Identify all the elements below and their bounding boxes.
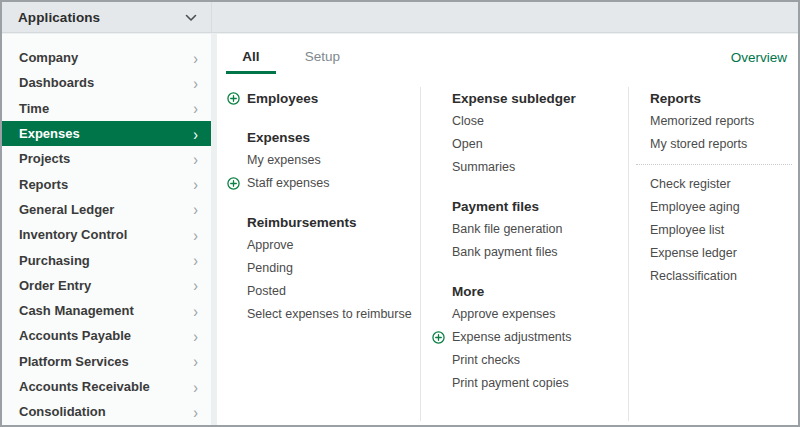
sidebar-item-cash-management[interactable]: Cash Management›: [2, 298, 211, 323]
chevron-right-icon: ›: [193, 50, 198, 66]
chevron-right-icon: ›: [193, 227, 198, 243]
menu-item-print-payment-copies[interactable]: Print payment copies: [432, 372, 622, 395]
sidebar-item-accounts-receivable[interactable]: Accounts Receivable›: [2, 374, 211, 399]
menu-column-2: Expense subledgerCloseOpenSummariesPayme…: [432, 87, 622, 395]
chevron-right-icon: ›: [193, 303, 198, 319]
menu-label: Expense subledger: [452, 91, 576, 106]
menu-item-expense-adjustments[interactable]: Expense adjustments: [432, 326, 622, 349]
sidebar-item-label: Order Entry: [19, 278, 91, 293]
sidebar-item-label: Projects: [19, 151, 70, 166]
menu-item-employee-aging[interactable]: Employee aging: [630, 196, 792, 219]
menu-header-reimbursements: Reimbursements: [227, 211, 417, 234]
menu-item-bank-payment-files[interactable]: Bank payment files: [432, 241, 622, 264]
overview-link[interactable]: Overview: [731, 50, 787, 65]
menu-header-more: More: [432, 280, 622, 303]
menu-item-bank-file-generation[interactable]: Bank file generation: [432, 218, 622, 241]
sidebar-item-order-entry[interactable]: Order Entry›: [2, 273, 211, 298]
tab-bar: All Setup Overview: [217, 34, 798, 74]
menu-header-payment-files: Payment files: [432, 195, 622, 218]
menu-item-pending[interactable]: Pending: [227, 257, 417, 280]
chevron-right-icon: ›: [193, 125, 198, 141]
sidebar-item-label: Expenses: [19, 126, 80, 141]
menu-item-approve-expenses[interactable]: Approve expenses: [432, 303, 622, 326]
chevron-right-icon: ›: [193, 201, 198, 217]
menu-label: My expenses: [247, 153, 321, 167]
chevron-right-icon: ›: [193, 404, 198, 420]
menu-item-open[interactable]: Open: [432, 133, 622, 156]
menu-item-approve[interactable]: Approve: [227, 234, 417, 257]
menu-label: Summaries: [452, 160, 515, 174]
menu-item-check-register[interactable]: Check register: [630, 173, 792, 196]
menu-label: My stored reports: [650, 137, 747, 151]
menu-item-summaries[interactable]: Summaries: [432, 156, 622, 179]
plus-circle-icon[interactable]: [227, 177, 240, 190]
menu-label: Expense ledger: [650, 246, 737, 260]
menu-label: Pending: [247, 261, 293, 275]
plus-circle-icon[interactable]: [432, 331, 445, 344]
chevron-right-icon: ›: [193, 353, 198, 369]
sidebar-item-reports[interactable]: Reports›: [2, 171, 211, 196]
menu-label: Select expenses to reimburse: [247, 307, 412, 321]
sidebar-item-label: Time: [19, 101, 49, 116]
sidebar-item-projects[interactable]: Projects›: [2, 146, 211, 171]
chevron-right-icon: ›: [193, 75, 198, 91]
menu-item-print-checks[interactable]: Print checks: [432, 349, 622, 372]
chevron-right-icon: ›: [193, 100, 198, 116]
menu-item-expense-ledger[interactable]: Expense ledger: [630, 242, 792, 265]
sidebar-item-company[interactable]: Company›: [2, 45, 211, 70]
menu-label: Payment files: [452, 199, 539, 214]
menu-label: Print checks: [452, 353, 520, 367]
tab-all[interactable]: All: [226, 49, 276, 74]
menu-label: More: [452, 284, 484, 299]
tab-setup[interactable]: Setup: [297, 49, 347, 74]
menu-label: Expenses: [247, 130, 310, 145]
menu-item-employee-list[interactable]: Employee list: [630, 219, 792, 242]
applications-sidebar: Company›Dashboards›Time›Expenses›Project…: [2, 34, 211, 425]
menu-header-employees: Employees: [227, 87, 417, 110]
sidebar-item-time[interactable]: Time›: [2, 96, 211, 121]
menu-item-posted[interactable]: Posted: [227, 280, 417, 303]
sidebar-item-expenses[interactable]: Expenses›: [2, 121, 211, 146]
menu-content: EmployeesExpensesMy expensesStaff expens…: [217, 87, 798, 425]
sidebar-item-platform-services[interactable]: Platform Services›: [2, 349, 211, 374]
menu-label: Close: [452, 114, 484, 128]
menu-item-reclassification[interactable]: Reclassification: [630, 265, 792, 288]
sidebar-item-label: Accounts Receivable: [19, 379, 150, 394]
sidebar-item-label: Inventory Control: [19, 227, 127, 242]
menu-column-1: EmployeesExpensesMy expensesStaff expens…: [227, 87, 417, 326]
applications-menu-window: Applications Company›Dashboards›Time›Exp…: [0, 0, 800, 427]
menu-item-staff-expenses[interactable]: Staff expenses: [227, 172, 417, 195]
menu-label: Bank file generation: [452, 222, 563, 236]
menu-item-memorized-reports[interactable]: Memorized reports: [630, 110, 792, 133]
menu-label: Print payment copies: [452, 376, 569, 390]
dotted-divider: [636, 164, 792, 165]
sidebar-item-purchasing[interactable]: Purchasing›: [2, 247, 211, 272]
menu-label: Employee list: [650, 223, 724, 237]
plus-circle-icon[interactable]: [227, 92, 240, 105]
sidebar-item-label: Reports: [19, 177, 68, 192]
sidebar-item-label: General Ledger: [19, 202, 114, 217]
menu-label: Reclassification: [650, 269, 737, 283]
applications-dropdown-toggle[interactable]: Applications: [2, 2, 798, 33]
menu-item-my-stored-reports[interactable]: My stored reports: [630, 133, 792, 156]
menu-item-my-expenses[interactable]: My expenses: [227, 149, 417, 172]
menu-label: Bank payment files: [452, 245, 558, 259]
sidebar-item-dashboards[interactable]: Dashboards›: [2, 70, 211, 95]
sidebar-item-label: Consolidation: [19, 404, 106, 419]
menu-label: Reports: [650, 91, 701, 106]
sidebar-item-accounts-payable[interactable]: Accounts Payable›: [2, 323, 211, 348]
menu-column-3: ReportsMemorized reportsMy stored report…: [630, 87, 792, 288]
sidebar-item-inventory-control[interactable]: Inventory Control›: [2, 222, 211, 247]
sidebar-item-label: Platform Services: [19, 354, 129, 369]
menu-header-expenses: Expenses: [227, 126, 417, 149]
sidebar-item-general-ledger[interactable]: General Ledger›: [2, 197, 211, 222]
main-panel: All Setup Overview EmployeesExpensesMy e…: [217, 34, 798, 425]
menu-item-close[interactable]: Close: [432, 110, 622, 133]
sidebar-item-label: Dashboards: [19, 75, 94, 90]
menu-label: Employees: [247, 91, 318, 106]
menu-label: Expense adjustments: [452, 330, 572, 344]
sidebar-item-consolidation[interactable]: Consolidation›: [2, 399, 211, 424]
column-divider: [420, 87, 421, 421]
menu-label: Staff expenses: [247, 176, 329, 190]
menu-item-select-expenses-to-reimburse[interactable]: Select expenses to reimburse: [227, 303, 417, 326]
